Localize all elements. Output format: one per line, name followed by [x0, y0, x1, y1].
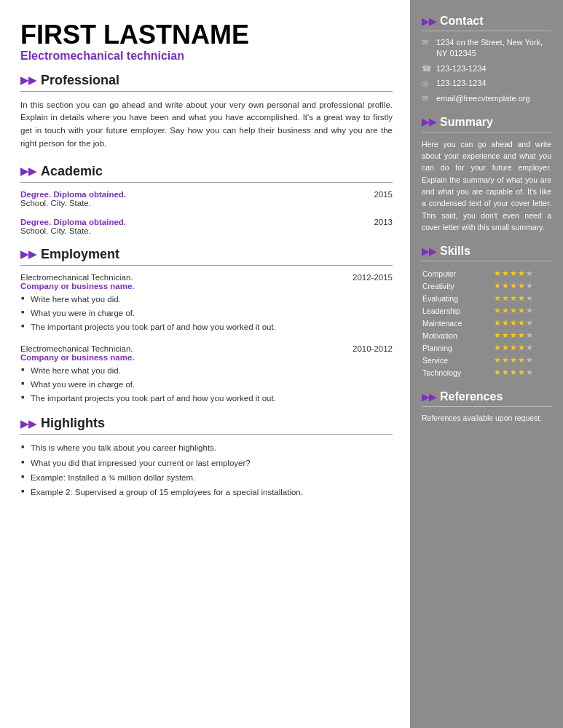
- emp-dates-1: 2012-2015: [353, 273, 393, 282]
- skill-row: Maintenace★★★★★: [422, 317, 551, 329]
- academic-entry-1: Degree. Diploma obtained. 2015 School. C…: [20, 190, 393, 207]
- emp-company-2: Company or business name.: [20, 353, 393, 362]
- academic-title: Academic: [41, 164, 103, 179]
- academic-section: ▶▶ Academic Degree. Diploma obtained. 20…: [20, 164, 393, 235]
- summary-divider: [422, 132, 551, 132]
- contact-email: ✉ email@freecvtemplate.org: [422, 93, 551, 104]
- employment-entry-2: Electromechanical Technician. 2010-2012 …: [20, 344, 393, 404]
- right-column: ▶▶ Contact ✉ 1234 on the Street, New Yor…: [410, 0, 563, 728]
- skill-row: Creativity★★★★★: [422, 280, 551, 292]
- employment-title: Employment: [41, 247, 119, 262]
- degree-title-1: Degree. Diploma obtained.: [20, 190, 126, 199]
- address-icon: ✉: [422, 37, 432, 48]
- skill-row: Technology★★★★★: [422, 366, 551, 379]
- contact-section: ▶▶ Contact ✉ 1234 on the Street, New Yor…: [422, 15, 551, 104]
- list-item: What you were in charge of.: [31, 379, 393, 390]
- list-item: Example: Installed a ¾ million dollar sy…: [31, 472, 393, 483]
- skills-header: ▶▶ Skills: [422, 245, 551, 258]
- skill-row: Planning★★★★★: [422, 341, 551, 354]
- skills-table: Computer★★★★★Creativity★★★★★Evaluating★★…: [422, 267, 551, 379]
- professional-section: ▶▶ Professional In this section you can …: [20, 73, 393, 151]
- emp-bullets-1: Write here what you did. What you were i…: [20, 293, 393, 333]
- summary-header: ▶▶ Summary: [422, 116, 551, 129]
- skill-stars: ★★★★★: [493, 341, 551, 354]
- list-item: The important projects you took part of …: [31, 321, 393, 333]
- emp-company-1: Company or business name.: [20, 282, 393, 290]
- contact-phone1: ☎ 123-123-1234: [422, 63, 551, 74]
- skills-arrow-icon: ▶▶: [422, 246, 436, 257]
- skill-name: Leadership: [422, 304, 493, 317]
- employment-section: ▶▶ Employment Electromechanical Technici…: [20, 247, 393, 405]
- references-divider: [422, 406, 551, 407]
- list-item: Write here what you did.: [31, 293, 393, 305]
- left-column: FIRST LASTNAME Electromechanical technic…: [0, 0, 410, 728]
- list-item: What you were in charge of.: [31, 307, 393, 319]
- skill-stars: ★★★★★: [493, 366, 551, 379]
- skill-name: Motivation: [422, 329, 493, 341]
- summary-section: ▶▶ Summary Here you can go ahead and wri…: [422, 116, 551, 233]
- academic-row-2: Degree. Diploma obtained. 2013: [20, 218, 393, 226]
- emp-dates-2: 2010-2012: [353, 344, 393, 353]
- references-text: References available upon request.: [422, 413, 551, 424]
- references-title: References: [440, 390, 503, 403]
- summary-text: Here you can go ahead and write about yo…: [422, 138, 551, 233]
- mobile-icon: ◎: [422, 78, 432, 89]
- degree-school-1: School. City. State.: [20, 199, 393, 207]
- list-item: What you did that impressed your current…: [31, 457, 393, 469]
- skill-row: Leadership★★★★★: [422, 304, 551, 317]
- employment-header: ▶▶ Employment: [20, 247, 393, 262]
- skill-stars: ★★★★★: [493, 267, 551, 280]
- skill-row: Service★★★★★: [422, 354, 551, 366]
- references-arrow-icon: ▶▶: [422, 392, 436, 403]
- professional-divider: [20, 91, 393, 92]
- contact-title: Contact: [440, 15, 484, 28]
- skills-title: Skills: [440, 245, 471, 258]
- contact-phone2: ◎ 123-123-1234: [422, 78, 551, 89]
- skill-row: Motivation★★★★★: [422, 329, 551, 341]
- references-header: ▶▶ References: [422, 390, 551, 403]
- skill-stars: ★★★★★: [493, 304, 551, 317]
- professional-text: In this section you can go ahead and wri…: [20, 99, 393, 151]
- contact-address: ✉ 1234 on the Street, New York, NY 01234…: [422, 37, 551, 60]
- skill-name: Evaluating: [422, 292, 493, 304]
- highlights-section: ▶▶ Highlights This is where you talk abo…: [20, 416, 393, 497]
- references-section: ▶▶ References References available upon …: [422, 390, 551, 424]
- resume-page: FIRST LASTNAME Electromechanical technic…: [0, 0, 563, 728]
- skill-name: Creativity: [422, 280, 493, 292]
- professional-arrow-icon: ▶▶: [20, 74, 36, 86]
- list-item: Write here what you did.: [31, 365, 393, 376]
- academic-divider: [20, 182, 393, 183]
- contact-header: ▶▶ Contact: [422, 15, 551, 28]
- job-title: Electromechanical technician: [20, 50, 393, 63]
- skill-stars: ★★★★★: [493, 317, 551, 329]
- degree-year-1: 2015: [374, 190, 393, 199]
- employment-divider: [20, 265, 393, 266]
- highlights-arrow-icon: ▶▶: [20, 418, 36, 430]
- skill-stars: ★★★★★: [493, 354, 551, 366]
- name-block: FIRST LASTNAME Electromechanical technic…: [20, 20, 393, 63]
- contact-divider: [422, 31, 551, 31]
- academic-header: ▶▶ Academic: [20, 164, 393, 179]
- skill-name: Maintenace: [422, 317, 493, 329]
- list-item: Example 2: Supervised a group of 15 empl…: [31, 486, 393, 498]
- address-text: 1234 on the Street, New York, NY 012345: [436, 37, 551, 60]
- list-item: This is where you talk about you career …: [31, 442, 393, 454]
- skill-stars: ★★★★★: [493, 292, 551, 304]
- email-icon: ✉: [422, 93, 432, 104]
- full-name: FIRST LASTNAME: [20, 20, 393, 50]
- academic-row-1: Degree. Diploma obtained. 2015: [20, 190, 393, 199]
- phone-icon: ☎: [422, 63, 432, 74]
- degree-school-2: School. City. State.: [20, 226, 393, 235]
- professional-header: ▶▶ Professional: [20, 73, 393, 88]
- skill-row: Evaluating★★★★★: [422, 292, 551, 304]
- email-text: email@freecvtemplate.org: [436, 93, 530, 104]
- employment-arrow-icon: ▶▶: [20, 248, 36, 260]
- skill-name: Technology: [422, 366, 493, 379]
- highlights-title: Highlights: [41, 416, 105, 431]
- emp-row-2: Electromechanical Technician. 2010-2012: [20, 344, 393, 353]
- skills-divider: [422, 261, 551, 261]
- degree-year-2: 2013: [374, 218, 393, 226]
- phone1-text: 123-123-1234: [436, 63, 487, 74]
- emp-title-1: Electromechanical Technician.: [20, 273, 133, 282]
- academic-entry-2: Degree. Diploma obtained. 2013 School. C…: [20, 218, 393, 235]
